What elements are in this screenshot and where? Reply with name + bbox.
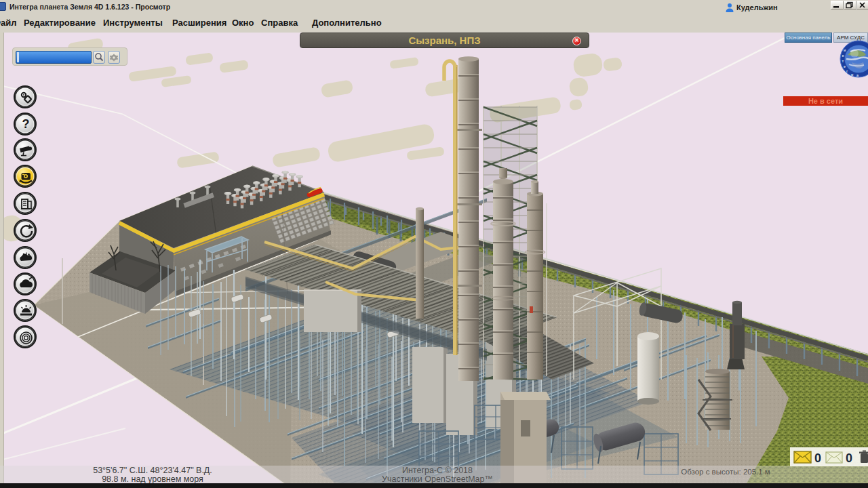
svg-text:?: ? — [22, 117, 29, 131]
svg-text:н: н — [842, 54, 844, 58]
svg-text:0: 0 — [814, 451, 821, 465]
svg-text:и: и — [844, 48, 846, 52]
svg-text:е: е — [844, 64, 846, 68]
svg-text:0: 0 — [846, 451, 852, 465]
svg-text:т: т — [842, 59, 844, 63]
